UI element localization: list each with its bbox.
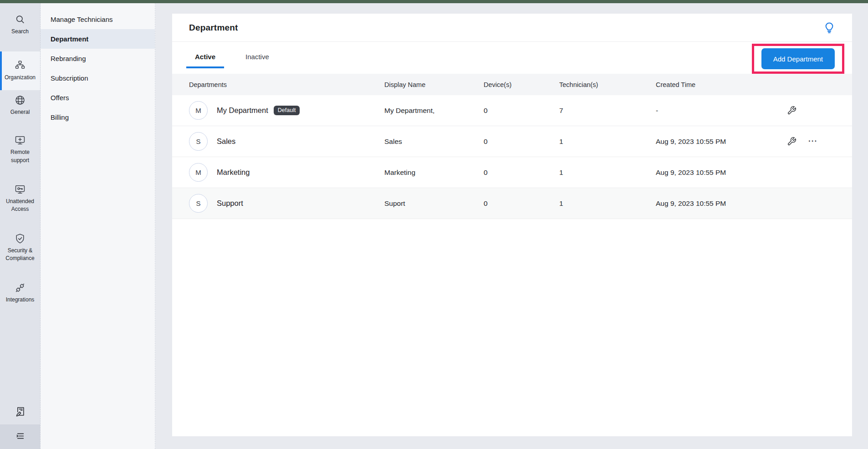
devices-count: 0: [484, 107, 559, 115]
technicians-count: 1: [559, 138, 656, 146]
menu-item-label: Manage Technicians: [51, 15, 112, 23]
technicians-count: 1: [559, 199, 656, 208]
column-header-display-name: Display Name: [384, 81, 484, 88]
tab-label: Inactive: [245, 53, 269, 61]
menu-item-offers[interactable]: Offers: [41, 88, 155, 107]
menu-item-manage-technicians[interactable]: Manage Technicians: [41, 10, 155, 29]
card-header: Department: [172, 14, 852, 42]
tabs-bar: ActiveInactive: [172, 42, 852, 71]
menu-item-label: Billing: [51, 113, 69, 121]
wrench-icon[interactable]: [787, 106, 797, 115]
devices-count: 0: [484, 199, 559, 208]
menu-item-label: Department: [51, 35, 88, 43]
department-name: Support: [217, 199, 243, 208]
department-name: Marketing: [217, 168, 250, 177]
app-window: Search Organization General Remote suppo…: [0, 3, 868, 449]
department-name: Sales: [217, 137, 235, 146]
tab-active[interactable]: Active: [186, 42, 224, 71]
sidebar-spacer: [0, 308, 40, 400]
shield-check-icon: [14, 233, 26, 245]
feedback-icon: [15, 406, 26, 419]
created-time: Aug 9, 2023 10:55 PM: [656, 168, 774, 177]
page-title: Department: [189, 23, 238, 33]
remote-support-icon: [14, 134, 26, 146]
sidebar-item-unattended-access[interactable]: Unattended Access: [0, 179, 40, 218]
integrations-icon: [14, 282, 26, 294]
sidebar-item-label: Unattended Access: [3, 198, 37, 214]
table-row[interactable]: S Support Suport 0 1 Aug 9, 2023 10:55 P…: [172, 188, 852, 219]
feedback-button[interactable]: [0, 400, 40, 424]
avatar: M: [189, 101, 208, 120]
created-time: Aug 9, 2023 10:55 PM: [656, 138, 774, 146]
icon-sidebar: Search Organization General Remote suppo…: [0, 3, 41, 449]
sidebar-item-label: Organization: [5, 74, 36, 82]
sidebar-item-general[interactable]: General: [0, 90, 40, 120]
devices-count: 0: [484, 168, 559, 177]
row-actions: ...: [774, 137, 835, 146]
sidebar-item-organization[interactable]: Organization: [0, 51, 40, 90]
sidebar-item-remote-support[interactable]: Remote support: [0, 130, 40, 168]
created-time: Aug 9, 2023 10:55 PM: [656, 199, 774, 208]
main-area: Department ActiveInactive Add Department…: [155, 3, 868, 449]
display-name: Sales: [384, 138, 484, 146]
technicians-count: 1: [559, 168, 656, 177]
sidebar-item-label: Search: [11, 28, 29, 36]
department-name: My Department: [217, 106, 268, 115]
table-row[interactable]: S Sales Sales 0 1 Aug 9, 2023 10:55 PM .…: [172, 126, 852, 157]
display-name: Suport: [384, 199, 484, 208]
collapse-menu-icon: [15, 430, 26, 444]
search-icon: [14, 14, 26, 26]
display-name: Marketing: [384, 168, 484, 177]
department-card: Department ActiveInactive Add Department…: [172, 14, 852, 436]
unattended-access-icon: [14, 184, 26, 195]
default-badge: Default: [274, 106, 300, 115]
table-header-row: DepartmentsDisplay NameDevice(s)Technici…: [172, 74, 852, 95]
table-row[interactable]: M My Department Default My Department, 0…: [172, 95, 852, 126]
avatar: M: [189, 163, 208, 182]
menu-item-department[interactable]: Department: [41, 29, 155, 49]
more-actions-icon[interactable]: ...: [808, 139, 817, 144]
annotation-highlight-box: Add Department: [752, 44, 844, 74]
devices-count: 0: [484, 138, 559, 146]
row-actions: [774, 106, 835, 115]
tab-inactive[interactable]: Inactive: [237, 42, 278, 71]
avatar: S: [189, 194, 208, 213]
top-strip: [0, 0, 868, 3]
menu-item-subscription[interactable]: Subscription: [41, 68, 155, 88]
add-department-button[interactable]: Add Department: [761, 48, 835, 69]
sidebar-item-search[interactable]: Search: [0, 10, 40, 40]
created-time: -: [656, 107, 774, 115]
menu-item-label: Subscription: [51, 74, 88, 82]
collapse-menu-button[interactable]: [0, 424, 40, 449]
column-header-technician-s: Technician(s): [559, 81, 656, 88]
column-header-created-time: Created Time: [656, 81, 774, 88]
sidebar-item-label: Remote support: [3, 148, 37, 164]
sidebar-item-label: Security & Compliance: [3, 247, 37, 263]
sidebar-item-integrations[interactable]: Integrations: [0, 278, 40, 308]
organization-icon: [14, 60, 26, 71]
column-header-device-s: Device(s): [484, 81, 559, 88]
menu-item-label: Offers: [51, 94, 69, 102]
sidebar-item-security-compliance[interactable]: Security & Compliance: [0, 229, 40, 267]
menu-item-billing[interactable]: Billing: [41, 107, 155, 127]
display-name: My Department,: [384, 107, 484, 115]
sidebar-item-label: Integrations: [6, 296, 35, 304]
departments-table: DepartmentsDisplay NameDevice(s)Technici…: [172, 74, 852, 219]
tab-label: Active: [195, 53, 215, 61]
table-row[interactable]: M Marketing Marketing 0 1 Aug 9, 2023 10…: [172, 157, 852, 188]
settings-menu: Manage TechniciansDepartmentRebrandingSu…: [41, 3, 155, 449]
wrench-icon[interactable]: [787, 137, 797, 146]
menu-item-label: Rebranding: [51, 55, 86, 62]
bulb-icon[interactable]: [823, 21, 836, 34]
column-header-departments: Departments: [189, 81, 384, 88]
technicians-count: 7: [559, 107, 656, 115]
globe-icon: [14, 94, 26, 106]
menu-item-rebranding[interactable]: Rebranding: [41, 49, 155, 68]
avatar: S: [189, 132, 208, 151]
sidebar-item-label: General: [10, 108, 30, 116]
